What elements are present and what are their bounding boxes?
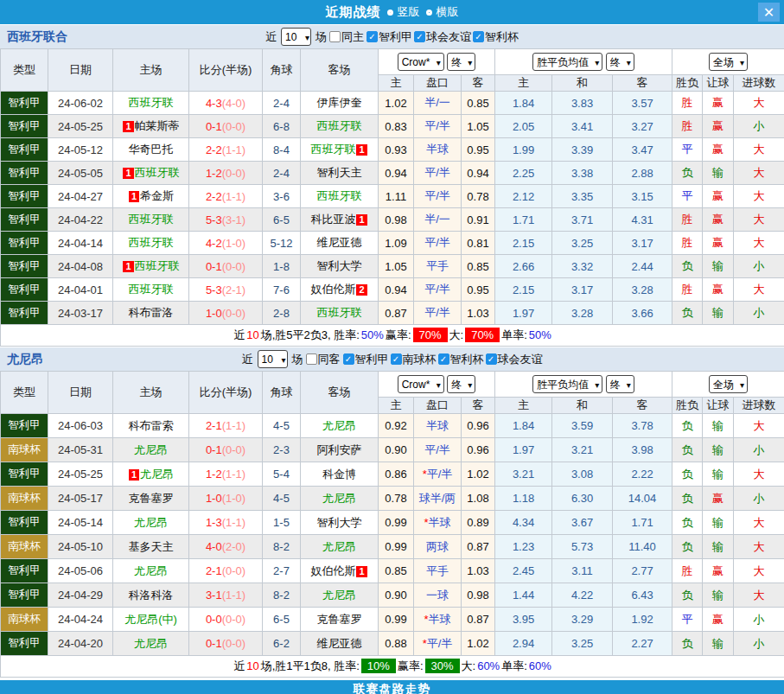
checkbox-icon[interactable]: ✓ [343,353,354,365]
page-title: 近期战绩 [326,4,381,21]
avg-home-cell: 1.97 [495,302,552,325]
league-filter[interactable]: ✓智利杯 [438,352,484,367]
red-card-badge: 1 [356,566,367,577]
checkbox-icon[interactable]: ✓ [486,353,497,365]
full-score: 1-2 [206,468,222,481]
goals-result-cell: 大 [734,232,784,255]
date-cell: 24-05-05 [48,162,113,185]
result-cell: 负 [672,535,703,559]
odds-final-select[interactable]: 终 [447,375,475,393]
avg-home-cell: 3.95 [495,608,552,632]
score-cell: 3-1(1-1) [189,583,263,608]
avg-odds-group: 胜平负均值 终 [495,49,672,75]
result-cell: 负 [672,632,703,656]
handicap-result-cell: 赢 [703,185,734,208]
league-filter[interactable]: ✓球会友谊 [486,352,543,367]
handicap-value: 平/半 [424,306,450,319]
radio-unselected-icon[interactable] [426,10,432,16]
avg-home-cell: 2.05 [495,115,552,138]
summary-part: 大: [462,659,476,672]
odds-home-cell: 0.85 [379,559,414,583]
half-score: (1-1) [222,468,245,481]
checkbox-icon[interactable] [329,31,341,42]
odds-away-cell: 0.95 [462,278,495,302]
close-icon[interactable]: ✕ [758,3,780,22]
avg-final-select[interactable]: 终 [606,53,634,71]
col-odds-home: 主 [379,75,414,92]
match-row: 智利甲24-04-22西班牙联5-3(3-1)6-5科比亚波10.98半/一0.… [1,208,784,232]
red-card-badge: 1 [129,469,139,481]
half-score: (2-1) [222,283,245,296]
full-score: 1-2 [206,167,222,180]
checkbox-icon[interactable]: ✓ [438,353,449,365]
layout-radio-horizontal[interactable]: 横版 [426,4,459,20]
handicap-value: 半球 [426,419,449,432]
avg-draw-cell: 3.67 [552,511,613,535]
goals-result-cell: 大 [734,535,784,559]
match-row: 智利甲24-05-051西班牙联1-2(0-0)2-4智利天主0.94平/半0.… [1,162,784,185]
layout-radio-vertical[interactable]: 竖版 [387,4,420,20]
match-row: 智利甲24-03-17科布雷洛1-0(0-0)2-8西班牙联0.87平/半1.0… [1,302,784,325]
summary-part: 70% [465,328,500,342]
full-score: 2-2 [206,143,222,156]
checkbox-icon[interactable]: ✓ [414,31,425,42]
avg-odds-select[interactable]: 胜平负均值 [532,375,602,393]
summary-part: 50% [361,328,384,341]
col-handicap-result: 让球 [703,75,734,92]
checkbox-icon[interactable]: ✓ [391,353,402,365]
same-venue-filter[interactable]: 同客 [306,352,341,367]
match-row: 智利甲24-06-02西班牙联4-3(4-0)2-4伊库伊奎1.02半/一0.8… [1,92,784,115]
filter-bar: 近 10 场 同主 ✓智利甲✓球会友谊✓智利杯 [265,28,519,46]
result-cell: 平 [672,608,703,632]
handicap-value: 半球 [429,516,451,529]
full-score: 4-0 [206,540,222,553]
match-row: 智利甲24-06-03科布雷索2-1(1-1)4-5尤尼昂0.92半球0.961… [1,414,784,438]
same-venue-filter[interactable]: 同主 [329,29,364,45]
team-name: 基多天主 [129,540,174,553]
full-score: 2-1 [206,564,222,577]
half-score: (2-0) [222,540,245,553]
league-cell: 智利甲 [1,559,48,583]
half-score: (1-1) [222,143,245,156]
scope-select[interactable]: 全场 [709,53,748,71]
odds-home-cell: 1.11 [379,185,414,208]
team-name: 尤尼昂 [134,443,168,456]
team-name: 奴伯伦斯 [310,564,355,577]
team-name: 西班牙联 [129,283,174,296]
scope-select[interactable]: 全场 [709,375,748,393]
handicap-cell: 半球 [414,414,462,438]
league-trend-button[interactable]: 联赛盘路走势 [0,680,784,694]
col-away: 客场 [301,372,379,414]
radio-selected-icon[interactable] [387,10,393,16]
odds-away-cell: 0.85 [462,92,495,115]
league-filter[interactable]: ✓南球杯 [391,352,437,367]
league-cell: 智利甲 [1,162,48,185]
team-cell: 智利大学 [301,255,379,278]
avg-home-cell: 1.97 [495,438,552,462]
recent-count-select[interactable]: 10 [281,28,311,46]
league-filter[interactable]: ✓球会友谊 [414,29,471,45]
odds-home-cell: 0.92 [379,414,414,438]
recent-count-select[interactable]: 10 [258,350,288,368]
avg-final-select[interactable]: 终 [606,375,634,393]
odds-away-cell: 0.85 [462,255,495,278]
avg-odds-select[interactable]: 胜平负均值 [532,53,602,71]
league-filter[interactable]: ✓智利杯 [473,29,519,45]
league-filter-label: 球会友谊 [426,29,471,45]
odds-company-select[interactable]: Crow* [398,375,444,393]
league-filter[interactable]: ✓智利甲 [343,352,389,367]
league-filter[interactable]: ✓智利甲 [367,29,412,45]
odds-home-cell: 0.94 [379,162,414,185]
checkbox-icon[interactable]: ✓ [473,31,484,42]
odds-final-select[interactable]: 终 [447,53,475,71]
checkbox-icon[interactable] [306,353,317,365]
odds-company-select[interactable]: Crow* [398,53,444,71]
checkbox-icon[interactable]: ✓ [367,31,378,42]
handicap-cell: 平手 [414,255,462,278]
score-cell: 1-0(0-0) [189,302,263,325]
match-row: 智利甲24-05-14尤尼昂1-3(1-1)1-5智利大学0.99*半球0.89… [1,511,784,535]
team-name: 维尼亚德 [317,236,362,249]
avg-home-cell: 1.44 [495,583,552,608]
team-name: 尤尼昂 [322,540,356,553]
goals-result-cell: 小 [734,302,784,325]
